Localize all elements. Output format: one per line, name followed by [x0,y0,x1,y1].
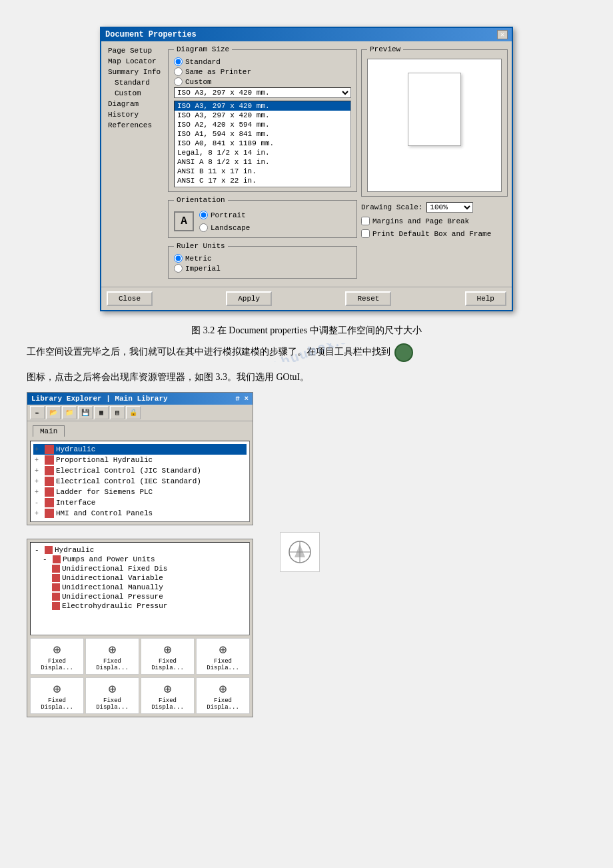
radio-metric[interactable] [174,254,183,263]
symbol-cell[interactable]: ⊕ FixedDispla... [30,638,84,675]
paper-size-listbox[interactable]: ISO A3, 297 x 420 mm. ISO A3, 297 x 420 … [174,101,351,187]
tool-grid2[interactable]: ▤ [110,406,125,419]
symbols-grid-row2: ⊕ FixedDispla... ⊕ FixedDispla... ⊕ Fixe… [30,677,250,714]
tool-save[interactable]: 💾 [78,406,93,419]
symbol-label: FixedDispla... [207,658,239,671]
label: Electrohydraulic Pressur [62,602,167,610]
sub-tree-uni-fixed[interactable]: Unidirectional Fixed Dis [33,564,247,573]
sidebar-item-page-setup[interactable]: Page Setup [105,45,165,56]
label-imperial: Imperial [185,265,221,273]
radio-standard[interactable] [174,57,183,66]
checkbox-margins-row: Margins and Page Break [361,217,508,225]
radio-custom[interactable] [174,77,183,86]
symbol-cell[interactable]: ⊕ FixedDispla... [141,638,195,675]
symbol-cell[interactable]: ⊕ FixedDispla... [85,677,139,714]
label-landscape: Landscape [211,224,250,232]
list-item[interactable]: ANSI B 11 x 17 in. [175,167,350,176]
close-button[interactable]: Close [107,291,153,306]
preview-box [367,59,502,192]
radio-portrait[interactable] [199,211,208,219]
tree-label: Interface [56,499,95,507]
tree-item-ladder[interactable]: + Ladder for Siemens PLC [33,487,247,497]
tree-expander: + [35,457,43,464]
sub-tree-uni-pressure[interactable]: Unidirectional Pressure [33,592,247,601]
tool-grid1[interactable]: ▦ [94,406,109,419]
pump-symbol-icon: ⊕ [143,641,193,658]
tree-icon [52,602,60,610]
help-button[interactable]: Help [465,291,506,306]
tool-open[interactable]: 📂 [46,406,61,419]
sidebar-item-summary-info[interactable]: Summary Info [105,67,165,77]
pump-symbol-icon: ⊕ [143,681,193,697]
tree-icon [53,555,61,563]
tree-icon [52,565,60,573]
radio-imperial[interactable] [174,264,183,273]
apply-button[interactable]: Apply [226,291,272,306]
sidebar-item-map-locator[interactable]: Map Locator [105,56,165,67]
symbol-label: FixedDispla... [96,697,129,711]
label-portrait: Portrait [211,211,246,219]
library-tree: + Hydraulic + Proportional Hydraulic + E… [30,441,250,522]
radio-landscape[interactable] [199,223,208,232]
lower-section: - Hydraulic - Pumps and Power Units Unid… [13,532,600,724]
pump-thumbnail-area [280,532,320,572]
pump-symbol-icon: ⊕ [198,681,248,697]
tool-pencil[interactable]: ✏ [30,406,45,419]
tree-item-hmi[interactable]: + HMI and Control Panels [33,508,247,519]
tree-icon [45,466,54,475]
list-item[interactable]: ISO A0, 841 x 1189 mm. [175,139,350,148]
sidebar-item-history[interactable]: History [105,109,165,120]
sub-tree-uni-variable[interactable]: Unidirectional Variable [33,573,247,583]
library-tab-main[interactable]: Main [33,425,65,437]
sidebar-item-diagram[interactable]: Diagram [105,99,165,109]
tool-folder[interactable]: 📁 [62,406,77,419]
list-item[interactable]: ISO A1, 594 x 841 mm. [175,129,350,139]
sidebar-item-references[interactable]: References [105,120,165,131]
tree-label-hydraulic: Hydraulic [56,445,95,453]
sub-tree-electro[interactable]: Electrohydraulic Pressur [33,601,247,611]
checkbox-margins[interactable] [361,217,370,225]
tree-item-electrical-iec[interactable]: + Electrical Control (IEC Standard) [33,476,247,487]
letter-a-icon: A [174,211,194,231]
symbol-cell[interactable]: ⊕ FixedDispla... [196,677,250,714]
pump-svg [287,539,313,565]
radio-row-portrait: Portrait [199,211,250,219]
tool-lock[interactable]: 🔒 [126,406,141,419]
tree-item-electrical-jic[interactable]: + Electrical Control (JIC Standard) [33,465,247,476]
dialog-body: Page Setup Map Locator Summary Info Stan… [101,41,512,287]
checkbox-margins-label: Margins and Page Break [372,217,469,225]
symbol-cell[interactable]: ⊕ FixedDispla... [85,638,139,675]
list-item[interactable]: ISO A2, 420 x 594 mm. [175,120,350,129]
list-item[interactable]: ANSI C 17 x 22 in. [175,176,350,185]
symbol-cell[interactable]: ⊕ FixedDispla... [141,677,195,714]
library-lower-panel: - Hydraulic - Pumps and Power Units Unid… [27,539,253,717]
paper-size-dropdown[interactable]: ISO A3, 297 x 420 mm. [174,87,351,98]
pump-symbol-icon: ⊕ [32,681,82,697]
sub-tree-hydraulic[interactable]: - Hydraulic [33,545,247,555]
dialog-buttons: Close Apply Reset Help [101,287,512,310]
symbol-cell[interactable]: ⊕ FixedDispla... [196,638,250,675]
list-item[interactable]: ANSI A 8 1/2 x 11 in. [175,157,350,167]
tree-item-interface[interactable]: - Interface [33,497,247,508]
pump-symbol-icon: ⊕ [198,641,248,658]
library-toolbar: ✏ 📂 📁 💾 ▦ ▤ 🔒 [27,405,253,421]
list-item[interactable]: ISO A3, 297 x 420 mm. [175,101,350,111]
radio-same-as-printer[interactable] [174,67,183,76]
document-properties-dialog: Document Properties ✕ Page Setup Map Loc… [100,27,513,311]
sub-tree-pumps[interactable]: - Pumps and Power Units [33,555,247,564]
symbol-cell[interactable]: ⊕ FixedDispla... [30,677,84,714]
checkbox-print-default[interactable] [361,229,370,238]
close-icon[interactable]: ✕ [497,30,508,39]
list-item[interactable]: Legal, 8 1/2 x 14 in. [175,148,350,157]
tree-item-proportional[interactable]: + Proportional Hydraulic [33,455,247,465]
sidebar-item-standard[interactable]: Standard [105,77,165,88]
drawing-scale-select[interactable]: 100% [426,202,473,213]
list-item[interactable]: ISO A3, 297 x 420 mm. [175,111,350,120]
tree-item-hydraulic[interactable]: + Hydraulic [33,444,247,455]
sidebar-item-custom[interactable]: Custom [105,88,165,99]
label: Hydraulic [55,546,94,554]
sub-tree-uni-manually[interactable]: Unidirectional Manually [33,583,247,592]
reset-button[interactable]: Reset [345,291,391,306]
dialog-title: Document Properties [105,30,197,39]
list-item[interactable]: ANSI D 22 x 34 in. [175,185,350,187]
